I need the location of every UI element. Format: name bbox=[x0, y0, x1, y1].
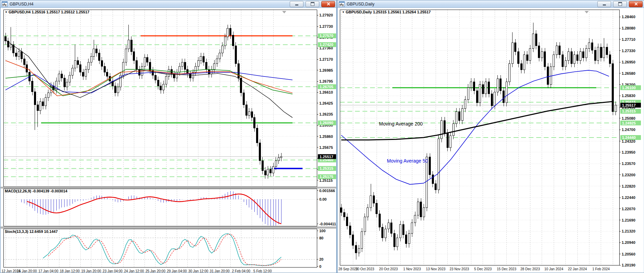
svg-text:20 Oct 2023: 20 Oct 2023 bbox=[379, 267, 398, 271]
maximize-icon bbox=[311, 2, 314, 6]
svg-text:15 Jan 20:00: 15 Jan 20:00 bbox=[17, 269, 37, 273]
svg-text:1.25315: 1.25315 bbox=[622, 109, 636, 113]
svg-text:1 Nov 2023: 1 Nov 2023 bbox=[403, 267, 421, 271]
h4-ohlc-header[interactable]: ▼ GBPUSD,H4 1.25516 1.25517 1.25512 1.25… bbox=[5, 10, 89, 14]
svg-text:1.27710: 1.27710 bbox=[622, 37, 635, 41]
svg-text:1.26090: 1.26090 bbox=[320, 121, 333, 125]
svg-text:1.25517: 1.25517 bbox=[320, 155, 333, 159]
svg-text:23 Nov 2023: 23 Nov 2023 bbox=[450, 267, 469, 271]
minimize-button[interactable] bbox=[597, 1, 611, 7]
svg-text:5 Feb 12:00: 5 Feb 12:00 bbox=[253, 269, 272, 273]
daily-candlestick-chart[interactable]: 1.284601.280801.277101.273301.269501.265… bbox=[338, 8, 644, 273]
close-button[interactable] bbox=[321, 1, 335, 7]
chart-icon bbox=[339, 1, 345, 7]
svg-text:28 Dec 2023: 28 Dec 2023 bbox=[520, 267, 540, 271]
svg-text:-0.004411: -0.004411 bbox=[319, 222, 336, 226]
svg-text:15 Dec 2023: 15 Dec 2023 bbox=[497, 267, 516, 271]
svg-text:17 Jan 04:00: 17 Jan 04:00 bbox=[38, 269, 58, 273]
svg-text:1.24700: 1.24700 bbox=[622, 128, 635, 132]
macd-indicator-label: MACD(12,26,9) -0.004139 -0.003014 bbox=[5, 189, 67, 193]
chart-window-daily: GBPUSD,Daily ▼ GBPUSD,Daily 1.25315 1.25… bbox=[337, 0, 644, 273]
svg-text:2 Feb 04:00: 2 Feb 04:00 bbox=[232, 269, 251, 273]
daily-titlebar[interactable]: GBPUSD,Daily bbox=[337, 0, 644, 8]
maximize-icon bbox=[618, 2, 622, 6]
daily-ohlc-header[interactable]: ▼ GBPUSD,Daily 1.25315 1.25561 1.25264 1… bbox=[342, 10, 431, 14]
svg-text:1.23200: 1.23200 bbox=[622, 173, 635, 177]
svg-text:1.26235: 1.26235 bbox=[319, 112, 333, 116]
svg-text:13 Nov 2023: 13 Nov 2023 bbox=[426, 267, 446, 271]
svg-text:23 Jan 04:00: 23 Jan 04:00 bbox=[103, 269, 123, 273]
svg-text:0: 0 bbox=[319, 264, 321, 269]
svg-text:10 Jan 2024: 10 Jan 2024 bbox=[544, 267, 563, 271]
svg-text:1.20560: 1.20560 bbox=[622, 252, 635, 256]
svg-text:1.26950: 1.26950 bbox=[622, 60, 635, 64]
svg-text:1.27570: 1.27570 bbox=[320, 34, 333, 38]
svg-text:30 Jan 12:00: 30 Jan 12:00 bbox=[188, 269, 208, 273]
svg-text:1.26425: 1.26425 bbox=[319, 101, 333, 105]
svg-text:24 Jan 12:00: 24 Jan 12:00 bbox=[124, 269, 144, 273]
chart-window-h4: GBPUSD,H4 ▼ GBPUSD,H4 1.25516 1.25517 1.… bbox=[0, 0, 337, 273]
svg-text:18 Jan 12:00: 18 Jan 12:00 bbox=[60, 269, 80, 273]
svg-text:1.20940: 1.20940 bbox=[622, 240, 635, 245]
svg-text:1.26100: 1.26100 bbox=[622, 86, 636, 90]
svg-text:1.28080: 1.28080 bbox=[622, 26, 635, 30]
svg-text:1.24925: 1.24925 bbox=[622, 121, 636, 125]
svg-text:1.21320: 1.21320 bbox=[622, 229, 635, 233]
ma50-label: Moving Average 50 bbox=[387, 158, 428, 164]
svg-text:1.21690: 1.21690 bbox=[622, 218, 635, 222]
svg-text:25 Jan 20:00: 25 Jan 20:00 bbox=[146, 269, 165, 273]
svg-text:1.22070: 1.22070 bbox=[622, 207, 635, 211]
stoch-indicator-label: Stoch(13,3,3) 12.6459 10.1447 bbox=[5, 229, 58, 234]
svg-text:5 Dec 2023: 5 Dec 2023 bbox=[474, 267, 492, 271]
svg-text:1.25517: 1.25517 bbox=[622, 103, 636, 107]
maximize-button[interactable] bbox=[613, 1, 627, 7]
chart-icon bbox=[2, 1, 8, 7]
ma200-label: Moving Average 200 bbox=[379, 121, 423, 127]
svg-text:1.25175: 1.25175 bbox=[320, 175, 333, 179]
svg-text:31 Jan 20:00: 31 Jan 20:00 bbox=[210, 269, 230, 273]
svg-text:1.26985: 1.26985 bbox=[319, 68, 333, 72]
svg-text:1.27920: 1.27920 bbox=[319, 13, 333, 17]
close-icon bbox=[634, 2, 638, 6]
svg-text:1.26610: 1.26610 bbox=[319, 90, 333, 94]
mdi-workspace: GBPUSD,H4 ▼ GBPUSD,H4 1.25516 1.25517 1.… bbox=[0, 0, 644, 273]
svg-text:1.22440: 1.22440 bbox=[622, 195, 635, 200]
svg-text:1.27420: 1.27420 bbox=[320, 43, 333, 47]
svg-text:0.001566: 0.001566 bbox=[319, 189, 335, 193]
h4-titlebar[interactable]: GBPUSD,H4 bbox=[0, 0, 336, 8]
svg-text:80: 80 bbox=[319, 236, 323, 240]
svg-text:19 Jan 20:00: 19 Jan 20:00 bbox=[81, 269, 101, 273]
svg-text:10 Oct 2023: 10 Oct 2023 bbox=[356, 267, 375, 271]
h4-chart-client: ▼ GBPUSD,H4 1.25516 1.25517 1.25512 1.25… bbox=[1, 8, 336, 273]
svg-text:1.26580: 1.26580 bbox=[622, 71, 635, 75]
svg-text:20: 20 bbox=[319, 257, 323, 261]
maximize-button[interactable] bbox=[306, 1, 319, 7]
svg-text:1.23570: 1.23570 bbox=[622, 162, 635, 166]
close-button[interactable] bbox=[629, 1, 643, 7]
svg-text:1.27330: 1.27330 bbox=[622, 49, 635, 53]
svg-text:1.22820: 1.22820 bbox=[622, 184, 635, 188]
svg-text:1.26795: 1.26795 bbox=[319, 79, 333, 83]
svg-text:1.24440: 1.24440 bbox=[622, 135, 636, 140]
svg-text:1.27730: 1.27730 bbox=[319, 24, 333, 28]
svg-text:1.28460: 1.28460 bbox=[622, 15, 635, 19]
dropdown-marker-icon: ▼ bbox=[5, 11, 8, 14]
svg-text:0.00: 0.00 bbox=[319, 197, 326, 201]
dropdown-marker-icon: ▼ bbox=[342, 11, 345, 14]
svg-text:1.25675: 1.25675 bbox=[319, 145, 333, 150]
svg-text:1.25080: 1.25080 bbox=[622, 116, 635, 120]
minimize-icon bbox=[295, 4, 298, 5]
svg-text:1.27170: 1.27170 bbox=[319, 57, 333, 61]
svg-text:22 Jan 2024: 22 Jan 2024 bbox=[568, 267, 587, 271]
svg-text:1.25830: 1.25830 bbox=[622, 94, 635, 98]
minimize-icon bbox=[603, 4, 606, 5]
close-icon bbox=[326, 2, 330, 6]
svg-text:1.26705: 1.26705 bbox=[320, 85, 333, 89]
svg-text:1.25860: 1.25860 bbox=[319, 134, 333, 139]
window-title: GBPUSD,Daily bbox=[347, 2, 375, 7]
svg-text:28 Sep 2023: 28 Sep 2023 bbox=[338, 267, 358, 271]
window-title: GBPUSD,H4 bbox=[10, 2, 33, 7]
svg-text:29 Jan 04:00: 29 Jan 04:00 bbox=[167, 269, 187, 273]
minimize-button[interactable] bbox=[290, 1, 303, 7]
svg-text:1 Feb 2024: 1 Feb 2024 bbox=[592, 267, 610, 271]
